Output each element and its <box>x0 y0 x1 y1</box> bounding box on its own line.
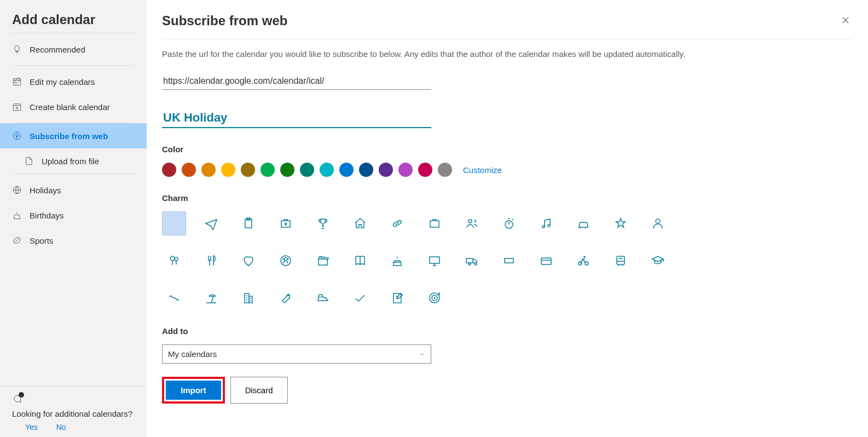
charm-building[interactable] <box>236 286 261 310</box>
svg-point-30 <box>434 297 435 298</box>
globe-arrow-icon <box>12 131 22 141</box>
charm-clapper[interactable] <box>311 249 335 273</box>
charm-truck[interactable] <box>460 249 484 273</box>
charm-heart[interactable] <box>236 249 261 273</box>
page-title: Subscribe from web <box>162 13 287 28</box>
sidebar-item-subscribe[interactable]: Subscribe from web <box>0 123 147 148</box>
addto-value: My calendars <box>168 349 217 359</box>
charm-notepad[interactable] <box>385 286 409 310</box>
charm-person[interactable] <box>646 211 670 235</box>
addto-select[interactable]: My calendars <box>162 344 431 364</box>
charm-beach[interactable] <box>199 286 223 310</box>
sidebar-item-label: Birthdays <box>30 211 64 220</box>
charm-star[interactable] <box>609 211 633 235</box>
globe-icon <box>12 185 22 195</box>
charm-picker <box>162 211 698 310</box>
calendar-name-input[interactable] <box>162 108 431 128</box>
charm-book[interactable] <box>348 249 372 273</box>
svg-point-2 <box>13 132 21 140</box>
charm-home[interactable] <box>348 211 372 235</box>
close-button[interactable] <box>838 13 853 29</box>
charm-stopwatch[interactable] <box>497 211 521 235</box>
charm-card[interactable] <box>534 249 558 273</box>
charm-ticket[interactable] <box>497 249 521 273</box>
color-swatch[interactable] <box>280 163 294 177</box>
color-swatch[interactable] <box>379 163 393 177</box>
charm-trophy[interactable] <box>311 211 335 235</box>
charm-none[interactable] <box>162 211 186 235</box>
charm-car[interactable] <box>571 211 595 235</box>
color-swatch[interactable] <box>438 163 452 177</box>
sidebar-item-label: Edit my calendars <box>30 77 95 87</box>
color-picker: Customize <box>162 163 853 177</box>
charm-bus[interactable] <box>609 249 633 273</box>
sidebar-item-label: Sports <box>30 236 53 245</box>
url-input[interactable] <box>162 73 431 90</box>
color-swatch[interactable] <box>359 163 373 177</box>
sidebar-item-label: Upload from file <box>42 157 99 166</box>
color-swatch[interactable] <box>221 163 235 177</box>
charm-label: Charm <box>162 193 853 203</box>
charm-music[interactable] <box>534 211 558 235</box>
color-swatch[interactable] <box>241 163 255 177</box>
color-swatch[interactable] <box>162 163 176 177</box>
sidebar-item-create[interactable]: Create blank calendar <box>12 94 135 119</box>
charm-pill[interactable] <box>385 211 409 235</box>
svg-rect-24 <box>617 256 624 264</box>
charm-people[interactable] <box>460 211 484 235</box>
plus-calendar-icon <box>12 102 22 112</box>
charm-clipboard[interactable] <box>236 211 261 235</box>
svg-rect-9 <box>430 221 439 227</box>
charm-dumbbell[interactable] <box>162 286 186 310</box>
color-swatch[interactable] <box>418 163 432 177</box>
svg-rect-18 <box>319 259 327 265</box>
charm-briefcase[interactable] <box>423 211 447 235</box>
svg-point-15 <box>170 256 175 261</box>
charm-plane[interactable] <box>199 211 223 235</box>
charm-check[interactable] <box>348 286 372 310</box>
color-swatch[interactable] <box>398 163 413 177</box>
color-swatch[interactable] <box>300 163 314 177</box>
color-swatch[interactable] <box>182 163 196 177</box>
feedback-yes-link[interactable]: Yes <box>25 423 38 432</box>
color-swatch[interactable] <box>261 163 275 177</box>
import-highlight: Import <box>162 377 225 404</box>
color-swatch[interactable] <box>320 163 334 177</box>
sidebar-item-recommended[interactable]: Recommended <box>12 37 135 62</box>
charm-monitor[interactable] <box>423 249 447 273</box>
sidebar-title: Add calendar <box>0 0 147 33</box>
addto-label: Add to <box>162 326 853 336</box>
main-panel: Subscribe from web Paste the url for the… <box>147 0 868 437</box>
charm-cake[interactable] <box>385 249 409 273</box>
svg-rect-21 <box>541 258 551 264</box>
feedback-icon <box>12 394 22 406</box>
charm-soccer[interactable] <box>274 249 298 273</box>
sidebar-item-holidays[interactable]: Holidays <box>12 177 135 203</box>
svg-point-13 <box>548 225 550 227</box>
sidebar: Add calendar Recommended Edit my calenda… <box>0 0 147 437</box>
sidebar-feedback: Looking for additional calendars? Yes No <box>0 386 147 437</box>
sidebar-item-label: Subscribe from web <box>30 131 108 141</box>
sidebar-item-sports[interactable]: Sports <box>12 228 135 253</box>
charm-firstaid[interactable] <box>274 211 298 235</box>
import-button[interactable]: Import <box>166 381 221 400</box>
discard-button[interactable]: Discard <box>230 377 288 404</box>
charm-bike[interactable] <box>571 249 595 273</box>
charm-target[interactable] <box>423 286 447 310</box>
color-swatch[interactable] <box>201 163 216 177</box>
svg-rect-19 <box>430 257 439 263</box>
customize-button[interactable]: Customize <box>463 165 502 175</box>
svg-point-16 <box>175 257 178 261</box>
charm-graduation[interactable] <box>646 249 670 273</box>
charm-food[interactable] <box>199 249 223 273</box>
charm-shoe[interactable] <box>311 286 335 310</box>
feedback-no-link[interactable]: No <box>56 423 66 432</box>
sidebar-item-edit[interactable]: Edit my calendars <box>12 69 135 94</box>
charm-wrench[interactable] <box>274 286 298 310</box>
sidebar-item-birthdays[interactable]: Birthdays <box>12 203 135 228</box>
sidebar-item-upload[interactable]: Upload from file <box>24 148 123 174</box>
color-swatch[interactable] <box>339 163 354 177</box>
svg-point-29 <box>432 295 437 301</box>
charm-balloons[interactable] <box>162 249 186 273</box>
chevron-down-icon <box>419 351 425 358</box>
